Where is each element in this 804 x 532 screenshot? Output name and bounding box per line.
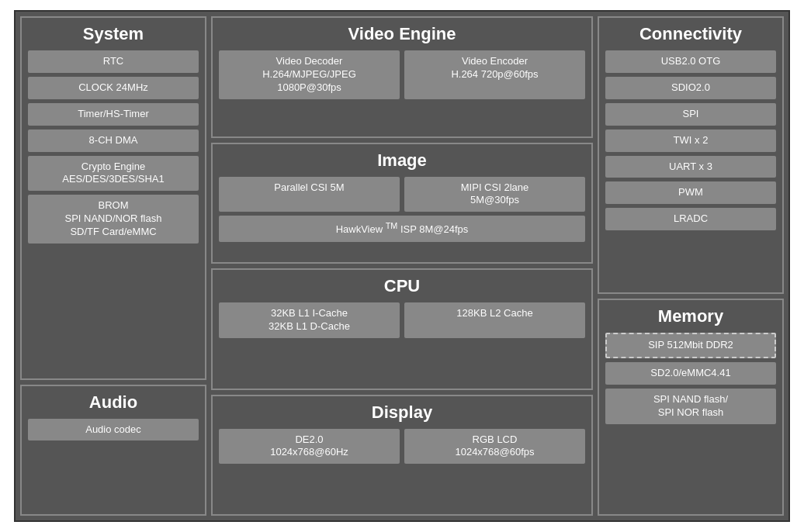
ddr2-chip: SIP 512Mbit DDR2 bbox=[605, 333, 776, 358]
sd-emmc-chip: SD2.0/eMMC4.41 bbox=[605, 362, 776, 385]
rtc-chip: RTC bbox=[28, 50, 199, 73]
memory-section: Memory SIP 512Mbit DDR2 SD2.0/eMMC4.41 S… bbox=[598, 299, 784, 516]
pwm-chip: PWM bbox=[605, 181, 776, 204]
l1-cache-chip: 32KB L1 I-Cache32KB L1 D-Cache bbox=[219, 302, 400, 338]
image-section: Image Parallel CSI 5M MIPI CSI 2lane5M@3… bbox=[211, 143, 593, 264]
hawkview-chip: HawkView TM ISP 8M@24fps bbox=[219, 216, 585, 241]
lradc-chip: LRADC bbox=[605, 208, 776, 230]
clock-chip: CLOCK 24MHz bbox=[28, 77, 199, 99]
usb-chip: USB2.0 OTG bbox=[605, 50, 776, 73]
audio-title: Audio bbox=[89, 392, 137, 413]
image-title: Image bbox=[377, 150, 427, 171]
system-title: System bbox=[83, 24, 144, 44]
cpu-section: CPU 32KB L1 I-Cache32KB L1 D-Cache 128KB… bbox=[211, 268, 593, 390]
connectivity-title: Connectivity bbox=[639, 24, 742, 44]
display-section: Display DE2.01024x768@60Hz RGB LCD1024x7… bbox=[211, 395, 593, 516]
display-title: Display bbox=[372, 402, 432, 423]
timer-chip: Timer/HS-Timer bbox=[28, 103, 199, 126]
display-chips: DE2.01024x768@60Hz RGB LCD1024x768@60fps bbox=[219, 429, 585, 468]
l2-cache-chip: 128KB L2 Cache bbox=[404, 302, 585, 338]
twi-chip: TWI x 2 bbox=[605, 130, 776, 152]
spi-chip: SPI bbox=[605, 103, 776, 126]
cpu-chips: 32KB L1 I-Cache32KB L1 D-Cache 128KB L2 … bbox=[219, 302, 585, 342]
connectivity-section: Connectivity USB2.0 OTG SDIO2.0 SPI TWI … bbox=[598, 16, 784, 294]
video-encoder-chip: Video EncoderH.264 720p@60fps bbox=[404, 50, 585, 99]
middle-column: Video Engine Video DecoderH.264/MJPEG/JP… bbox=[211, 16, 593, 516]
video-engine-title: Video Engine bbox=[348, 24, 456, 44]
cpu-title: CPU bbox=[384, 276, 420, 296]
crypto-chip: Crypto EngineAES/DES/3DES/SHA1 bbox=[28, 156, 199, 192]
memory-title: Memory bbox=[658, 306, 723, 326]
spi-nand-chip: SPI NAND flash/SPI NOR flash bbox=[605, 389, 776, 424]
dma-chip: 8-CH DMA bbox=[28, 130, 199, 152]
video-decoder-chip: Video DecoderH.264/MJPEG/JPEG1080P@30fps bbox=[219, 50, 400, 99]
mipi-csi-chip: MIPI CSI 2lane5M@30fps bbox=[404, 177, 585, 212]
de-chip: DE2.01024x768@60Hz bbox=[219, 429, 400, 465]
right-column: Connectivity USB2.0 OTG SDIO2.0 SPI TWI … bbox=[598, 16, 784, 516]
audio-codec-chip: Audio codec bbox=[28, 419, 199, 441]
chip-diagram: System RTC CLOCK 24MHz Timer/HS-Timer 8-… bbox=[14, 10, 790, 522]
audio-section: Audio Audio codec bbox=[20, 385, 206, 516]
sdio-chip: SDIO2.0 bbox=[605, 77, 776, 99]
system-section: System RTC CLOCK 24MHz Timer/HS-Timer 8-… bbox=[20, 16, 206, 380]
rgb-lcd-chip: RGB LCD1024x768@60fps bbox=[404, 429, 585, 465]
video-chips: Video DecoderH.264/MJPEG/JPEG1080P@30fps… bbox=[219, 50, 585, 103]
video-engine-section: Video Engine Video DecoderH.264/MJPEG/JP… bbox=[211, 16, 593, 138]
uart-chip: UART x 3 bbox=[605, 156, 776, 178]
parallel-csi-chip: Parallel CSI 5M bbox=[219, 177, 400, 212]
image-top-chips: Parallel CSI 5M MIPI CSI 2lane5M@30fps bbox=[219, 177, 585, 216]
brom-chip: BROMSPI NAND/NOR flashSD/TF Card/eMMC bbox=[28, 195, 199, 244]
left-column: System RTC CLOCK 24MHz Timer/HS-Timer 8-… bbox=[20, 16, 206, 516]
